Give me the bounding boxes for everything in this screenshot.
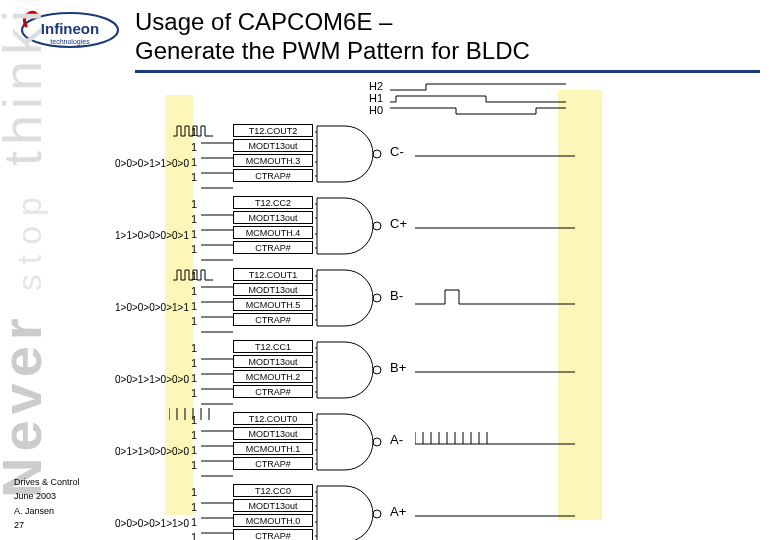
svg-point-29 [373,222,381,230]
input-one: 1 [191,429,197,441]
connector-line [201,175,233,193]
signal-box: T12.COUT0 [233,412,313,425]
output-wave [415,144,575,162]
input-one: 1 [191,285,197,297]
svg-point-63 [373,438,381,446]
connector-line [201,535,233,540]
nand-gate-icon [315,268,385,334]
signal-box: MCMOUTH.5 [233,298,313,311]
nand-gate-icon [315,196,385,262]
input-one: 1 [191,387,197,399]
input-one: 1 [191,198,197,210]
tagline-stop: stop [10,187,48,291]
output-wave [415,288,575,310]
signal-box: MODT13out [233,427,313,440]
input-one: 1 [191,459,197,471]
input-one: 1 [191,213,197,225]
output-label: C+ [390,216,407,231]
input-one: 1 [191,171,197,183]
signal-box: CTRAP# [233,169,313,182]
signal-box: CTRAP# [233,313,313,326]
output-wave [415,504,575,522]
signal-box: CTRAP# [233,241,313,254]
tagline-thinking: thinking [0,0,52,166]
input-one: 1 [191,501,197,513]
signal-box: MODT13out [233,211,313,224]
signal-box: MCMOUTH.4 [233,226,313,239]
hall-h1: H1 [369,92,383,104]
output-label: A- [390,432,403,447]
signal-box: MODT13out [233,499,313,512]
output-label: C- [390,144,404,159]
input-one: 1 [191,315,197,327]
sequence-text: 0>0>0>1>1>0>0 [115,158,189,169]
hall-h2: H2 [369,80,383,92]
signal-box: MODT13out [233,139,313,152]
output-label: B+ [390,360,406,375]
svg-point-19 [373,150,381,158]
connector-line [201,391,233,409]
footer-author: A. Jansen [14,505,80,518]
tagline-never: Never [0,312,53,498]
signal-box: CTRAP# [233,457,313,470]
nand-gate-icon [315,484,385,540]
output-label: A+ [390,504,406,519]
input-one: 1 [191,444,197,456]
input-one: 1 [191,372,197,384]
signal-box: MODT13out [233,355,313,368]
signal-box: T12.CC0 [233,484,313,497]
input-one: 1 [191,342,197,354]
svg-point-39 [373,294,381,302]
slide-footer: Drives & Control June 2003 A. Jansen 27 [14,476,80,534]
signal-box: T12.COUT1 [233,268,313,281]
footer-page: 27 [14,519,80,532]
signal-box: CTRAP# [233,385,313,398]
nand-gate-icon [315,340,385,406]
footer-date: June 2003 [14,490,80,503]
slide-header: Infineon technologies Usage of CAPCOM6E … [0,0,780,72]
sequence-text: 1>0>0>0>0>1>1 [115,302,189,313]
input-one: 1 [191,300,197,312]
nand-gate-icon [315,412,385,478]
output-wave [415,360,575,378]
connector-line [201,319,233,337]
sequence-text: 0>0>0>0>1>1>0 [115,518,189,529]
hall-h0: H0 [369,104,383,116]
title-line-2: Generate the PWM Pattern for BLDC [135,37,530,64]
hall-block: H2 H1 H0 [369,80,566,116]
sidebar-tagline: Never stop thinking [0,0,54,498]
input-one: 1 [191,243,197,255]
signal-box: CTRAP# [233,529,313,540]
signal-box: T12.COUT2 [233,124,313,137]
sequence-text: 0>0>1>1>0>0>0 [115,374,189,385]
input-one: 1 [191,141,197,153]
input-one: 1 [191,156,197,168]
connector-line [201,463,233,481]
nand-gate-icon [315,124,385,190]
signal-box: MCMOUTH.1 [233,442,313,455]
input-one: 1 [191,357,197,369]
sequence-text: 1>1>0>0>0>0>1 [115,230,189,241]
output-label: B- [390,288,403,303]
output-wave [415,432,575,450]
signal-box: MCMOUTH.2 [233,370,313,383]
output-wave [415,216,575,234]
input-one: 1 [191,486,197,498]
signal-box: MODT13out [233,283,313,296]
signal-box: MCMOUTH.0 [233,514,313,527]
signal-box: T12.CC1 [233,340,313,353]
svg-text:technologies: technologies [50,38,90,46]
svg-point-89 [373,510,381,518]
tick-marks [169,408,219,426]
footer-dept: Drives & Control [14,476,80,489]
input-one: 1 [191,516,197,528]
svg-point-53 [373,366,381,374]
connector-line [201,247,233,265]
signal-box: MCMOUTH.3 [233,154,313,167]
input-one: 1 [191,228,197,240]
slide-title: Usage of CAPCOM6E – Generate the PWM Pat… [135,8,530,66]
sequence-text: 0>1>1>0>0>0>0 [115,446,189,457]
title-line-1: Usage of CAPCOM6E – [135,8,392,35]
input-one: 1 [191,531,197,540]
title-underline [135,70,760,73]
